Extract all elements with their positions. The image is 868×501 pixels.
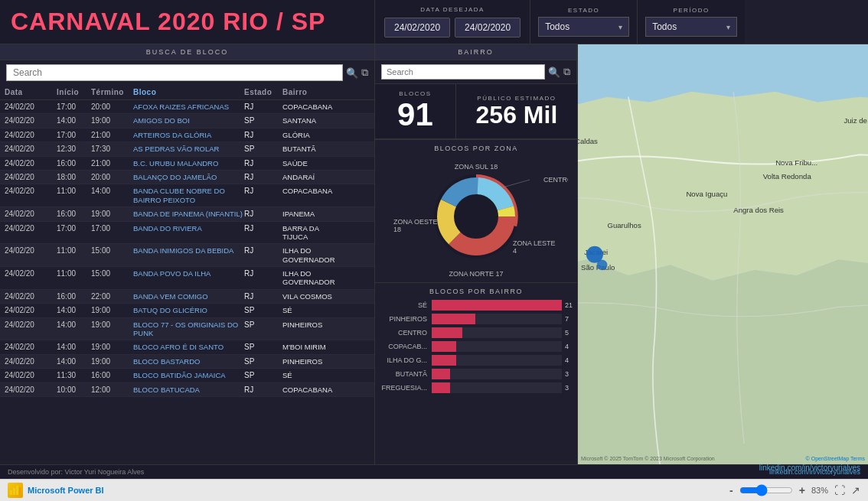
- bar-value: 4: [562, 356, 574, 364]
- zoom-out-button[interactable]: -: [729, 484, 733, 496]
- bairro-search-input[interactable]: [381, 64, 545, 80]
- cell-bloco: AFOXA RAIZES AFRICANAS: [133, 102, 244, 111]
- map-svg: Poços de Caldas Juiz de Fora Nova Fribu.…: [578, 44, 868, 464]
- cell-termino: 21:00: [91, 159, 133, 168]
- estado-area: ESTADO Todos ▾: [530, 0, 638, 44]
- fullscreen-button[interactable]: ⛶: [834, 484, 845, 496]
- table-row[interactable]: 24/02/20 11:00 15:00 BANDA POVO DA ILHA …: [0, 267, 374, 290]
- second-row: BUSCA DE BLOCO 🔍 ⧉ Data Início Término B…: [0, 44, 868, 464]
- date2[interactable]: 24/02/2020: [455, 18, 520, 37]
- map-attribution[interactable]: © OpenStreetMap Terms: [806, 456, 865, 461]
- cell-data: 24/02/20: [5, 187, 57, 204]
- table-row[interactable]: 24/02/20 14:00 19:00 AMIGOS DO BOI SP SA…: [0, 114, 374, 128]
- cell-bloco: BANDA DE IPANEMA (INFANTIL): [133, 210, 244, 218]
- col-data: Data: [5, 88, 57, 96]
- title-area: CARNAVAL 2020 RIO / SP: [0, 0, 375, 44]
- cell-bloco: AS PEDRAS VÃO ROLAR: [133, 145, 244, 153]
- table-body: 24/02/20 17:00 20:00 AFOXA RAIZES AFRICA…: [0, 100, 374, 397]
- blocos-value: 91: [397, 97, 433, 132]
- zoom-value: 83%: [811, 486, 828, 495]
- table-row[interactable]: 24/02/20 10:00 12:00 BLOCO BATUCADA RJ C…: [0, 383, 374, 397]
- bairro-section: BAIRRO 🔍 ⧉: [375, 44, 577, 83]
- cell-termino: 20:00: [91, 102, 133, 111]
- svg-rect-37: [19, 487, 21, 495]
- bairro-filter-icon[interactable]: ⧉: [563, 66, 570, 78]
- busca-search-bar: 🔍 ⧉: [0, 60, 374, 85]
- bar-track: [432, 327, 562, 338]
- cell-bairro: ANDARAÍ: [282, 173, 344, 181]
- table-row[interactable]: 24/02/20 17:00 21:00 ARTEIROS DA GLÓRIA …: [0, 129, 374, 142]
- middle-charts: BAIRRO 🔍 ⧉ BLOCOS 91: [375, 44, 578, 464]
- table-row[interactable]: 24/02/20 17:00 17:00 BANDA DO RIVIERA RJ…: [0, 222, 374, 245]
- col-bairro: Bairro: [282, 88, 344, 96]
- cell-inicio: 11:00: [57, 246, 91, 264]
- bar-fill: [432, 300, 562, 311]
- blocos-publico-row: BLOCOS 91 PÚBLICO ESTIMADO 256 Mil: [375, 84, 577, 139]
- bar-track: [432, 369, 562, 379]
- share-button[interactable]: ↗: [851, 484, 860, 496]
- table-row[interactable]: 24/02/20 11:30 16:00 BLOCO BATIDÃO JAMAI…: [0, 369, 374, 382]
- bar-label: PINHEIROS: [378, 315, 432, 323]
- cell-estado: SP: [244, 116, 282, 125]
- table-row[interactable]: 24/02/20 11:00 15:00 BANDA INIMIGOS DA B…: [0, 244, 374, 267]
- map-watermark: Microsoft © 2025 TomTom © 2023 Microsoft…: [581, 456, 715, 461]
- bar-label: FREGUESIA...: [378, 384, 432, 392]
- cell-data: 24/02/20: [5, 159, 57, 168]
- cell-bloco: BANDA DO RIVIERA: [133, 224, 244, 242]
- cell-bairro: COPACABANA: [282, 187, 344, 204]
- cell-bairro: M'BOI MIRIM: [282, 343, 344, 351]
- table-row[interactable]: 24/02/20 16:00 19:00 BANDA DE IPANEMA (I…: [0, 207, 374, 221]
- table-row[interactable]: 24/02/20 14:00 19:00 BLOCO AFRO É DI SAN…: [0, 340, 374, 354]
- table-row[interactable]: 24/02/20 12:30 17:30 AS PEDRAS VÃO ROLAR…: [0, 142, 374, 156]
- table-row[interactable]: 24/02/20 14:00 19:00 BATUQ DO GLICÉRIO S…: [0, 304, 374, 317]
- table-row[interactable]: 24/02/20 14:00 19:00 BLOCO 77 - OS ORIGI…: [0, 318, 374, 341]
- zoom-slider[interactable]: [739, 484, 793, 496]
- cell-inicio: 11:00: [57, 187, 91, 204]
- estado-dropdown[interactable]: Todos ▾: [538, 17, 629, 37]
- bar-label: SÉ: [378, 301, 432, 309]
- table-row[interactable]: 24/02/20 16:00 21:00 B.C. URUBU MALANDRO…: [0, 157, 374, 171]
- filter-icon[interactable]: ⧉: [361, 67, 368, 79]
- cell-bairro: ILHA DO GOVERNADOR: [282, 246, 344, 264]
- estado-value: Todos: [545, 21, 569, 32]
- bar-value: 4: [562, 343, 574, 350]
- cell-bairro: VILA COSMOS: [282, 292, 344, 301]
- cell-termino: 17:30: [91, 145, 133, 153]
- cell-data: 24/02/20: [5, 173, 57, 181]
- bairro-search-icon[interactable]: 🔍: [548, 67, 560, 78]
- cell-bairro: PINHEIROS: [282, 357, 344, 366]
- cell-data: 24/02/20: [5, 246, 57, 264]
- zoom-in-button[interactable]: +: [799, 484, 805, 496]
- cell-bairro: SÉ: [282, 306, 344, 314]
- cell-estado: SP: [244, 343, 282, 351]
- cell-estado: RJ: [244, 159, 282, 168]
- date1[interactable]: 24/02/2020: [384, 18, 450, 37]
- bar-track: [432, 382, 562, 393]
- cell-bairro: COPACABANA: [282, 102, 344, 111]
- cell-inicio: 14:00: [57, 357, 91, 366]
- periodo-dropdown[interactable]: Todos ▾: [645, 17, 737, 37]
- cell-data: 24/02/20: [5, 210, 57, 218]
- busca-bloco-header: BUSCA DE BLOCO: [0, 44, 374, 60]
- cell-data: 24/02/20: [5, 357, 57, 366]
- svg-text:ZONA OESTE: ZONA OESTE: [393, 218, 438, 226]
- table-row[interactable]: 24/02/20 11:00 14:00 BANDA CLUBE NOBRE D…: [0, 184, 374, 207]
- cell-inicio: 14:00: [57, 306, 91, 314]
- bar-value: 3: [562, 384, 574, 392]
- table-row[interactable]: 24/02/20 18:00 20:00 BALANÇO DO JAMELÃO …: [0, 171, 374, 184]
- bar-label: ILHA DO G...: [378, 356, 432, 364]
- dates-row: 24/02/2020 24/02/2020: [384, 18, 520, 37]
- svg-text:ZONA NORTE 17: ZONA NORTE 17: [449, 270, 504, 278]
- table-row[interactable]: 24/02/20 17:00 20:00 AFOXA RAIZES AFRICA…: [0, 100, 374, 114]
- cell-inicio: 18:00: [57, 173, 91, 181]
- powerbi-label[interactable]: Microsoft Power BI: [28, 486, 104, 495]
- table-row[interactable]: 24/02/20 16:00 22:00 BANDA VEM COMIGO RJ…: [0, 290, 374, 304]
- cell-termino: 15:00: [91, 269, 133, 287]
- svg-text:Juiz de Fora: Juiz de Fora: [844, 116, 868, 125]
- search-input[interactable]: [6, 64, 343, 81]
- search-icon[interactable]: 🔍: [346, 67, 358, 79]
- cell-bairro: PINHEIROS: [282, 320, 344, 338]
- cell-bairro: GLÓRIA: [282, 131, 344, 139]
- table-row[interactable]: 24/02/20 14:00 19:00 BLOCO BASTARDO SP P…: [0, 355, 374, 369]
- cell-data: 24/02/20: [5, 102, 57, 111]
